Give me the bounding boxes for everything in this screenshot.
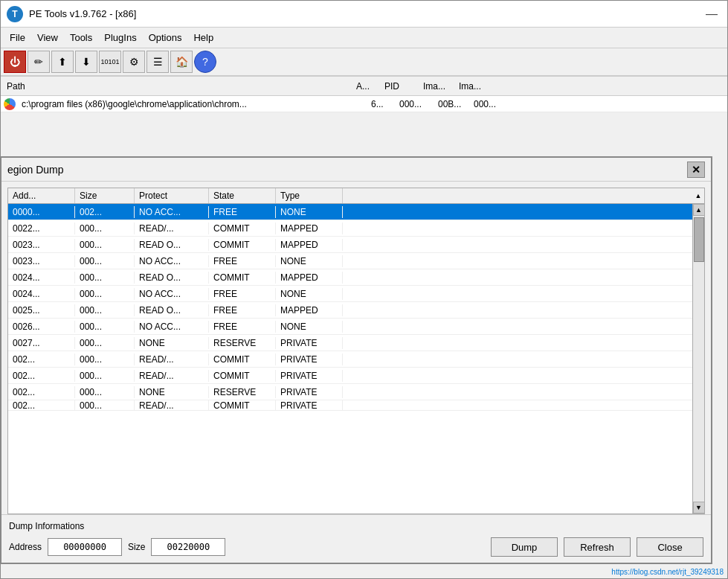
th-type: Type [276,188,343,203]
table-row[interactable]: 0024... 000... NO ACC... FREE NONE [8,286,692,302]
table-row[interactable]: 0022... 000... READ/... COMMIT MAPPED [8,220,692,237]
toolbar-settings-btn[interactable]: ⚙ [123,51,145,73]
scrollbar[interactable]: ▲ ▼ [692,204,704,514]
dump-info-section: Dump Informations Address Size Dump Refr… [1,514,711,563]
toolbar-list-btn[interactable]: ☰ [146,51,169,73]
chrome-icon [4,98,16,110]
table-row[interactable]: 002... 000... READ/... COMMIT PRIVATE [8,368,692,384]
scroll-thumb[interactable] [694,217,704,262]
col-ima2: Ima... [456,81,492,92]
table-row[interactable]: 0023... 000... READ O... COMMIT MAPPED [8,237,692,253]
process-pid: 000... [396,99,435,109]
menu-bar: File View Tools PlugIns Options Help [1,28,727,48]
process-row[interactable]: c:\program files (x86)\google\chrome\app… [1,96,727,112]
process-path: c:\program files (x86)\google\chrome\app… [19,99,368,109]
size-label: Size [128,542,145,552]
col-pid: PID [381,81,420,92]
size-input[interactable] [151,538,225,556]
minimize-button[interactable]: — [702,7,721,22]
scroll-up-arrow[interactable]: ▲ [695,192,702,199]
toolbar-import-btn[interactable]: ⬆ [51,51,74,73]
table-header: Add... Size Protect State Type ▲ [8,188,704,204]
table-row[interactable]: 002... 000... NONE RESERVE PRIVATE [8,384,692,400]
menu-plugins[interactable]: PlugIns [98,31,142,45]
scroll-up-btn[interactable]: ▲ [693,204,705,216]
th-size: Size [75,188,135,203]
table-row[interactable]: 0027... 000... NONE RESERVE PRIVATE [8,335,692,351]
th-state: State [209,188,276,203]
process-ima2: 000... [471,99,506,109]
window-title: PE Tools v1.9.762 - [x86] [29,8,702,19]
table-body: 0000... 002... NO ACC... FREE NONE 0022.… [8,204,692,514]
scroll-down-btn[interactable]: ▼ [693,502,705,514]
th-address: Add... [8,188,75,203]
toolbar-home-btn[interactable]: 🏠 [170,51,193,73]
col-path: Path [4,81,353,92]
table-row[interactable]: 002... 000... READ/... COMMIT PRIVATE [8,351,692,368]
process-a: 6... [368,99,396,109]
dialog-title-bar: egion Dump ✕ [1,158,711,182]
dump-info-row: Address Size Dump Refresh Close [9,537,703,557]
toolbar-power-btn[interactable]: ⏻ [4,51,26,73]
process-ima1: 00B... [435,99,471,109]
toolbar: ⏻ ✏ ⬆ ⬇ 10101 ⚙ ☰ 🏠 ? [1,48,727,77]
table-row[interactable]: 0026... 000... NO ACC... FREE NONE [8,319,692,335]
app-icon: T [7,6,23,22]
watermark: https://blog.csdn.net/rjt_39249318 [611,568,724,576]
table-row[interactable]: 0023... 000... NO ACC... FREE NONE [8,253,692,269]
col-a: A... [353,81,381,92]
toolbar-help-btn[interactable]: ? [194,51,216,73]
table-row[interactable]: 0025... 000... READ O... FREE MAPPED [8,302,692,319]
dialog-title: egion Dump [7,164,687,176]
toolbar-binary-btn[interactable]: 10101 [99,51,121,73]
th-protect: Protect [135,188,209,203]
title-bar: T PE Tools v1.9.762 - [x86] — [1,1,727,28]
refresh-button[interactable]: Refresh [564,537,631,557]
toolbar-edit-btn[interactable]: ✏ [28,51,50,73]
menu-view[interactable]: View [31,31,64,45]
table-wrapper: Add... Size Protect State Type ▲ 0000...… [7,188,705,514]
table-container: Add... Size Protect State Type ▲ 0000...… [1,182,711,514]
col-ima1: Ima... [420,81,456,92]
menu-options[interactable]: Options [143,31,188,45]
table-row[interactable]: 002... 000... READ/... COMMIT PRIVATE [8,400,692,411]
menu-file[interactable]: File [4,31,31,45]
region-dump-dialog: egion Dump ✕ Add... Size Protect State T… [0,156,712,564]
toolbar-export-btn[interactable]: ⬇ [75,51,97,73]
process-list-header: Path A... PID Ima... Ima... [1,77,727,96]
dump-button[interactable]: Dump [491,537,558,557]
address-label: Address [9,542,42,552]
close-button[interactable]: Close [637,537,703,557]
menu-help[interactable]: Help [187,31,219,45]
table-row[interactable]: 0000... 002... NO ACC... FREE NONE [8,204,692,220]
address-input[interactable] [48,538,122,556]
dialog-close-button[interactable]: ✕ [687,161,705,178]
dump-info-title: Dump Informations [9,521,703,531]
table-row[interactable]: 0024... 000... READ O... COMMIT MAPPED [8,269,692,286]
menu-tools[interactable]: Tools [64,31,98,45]
